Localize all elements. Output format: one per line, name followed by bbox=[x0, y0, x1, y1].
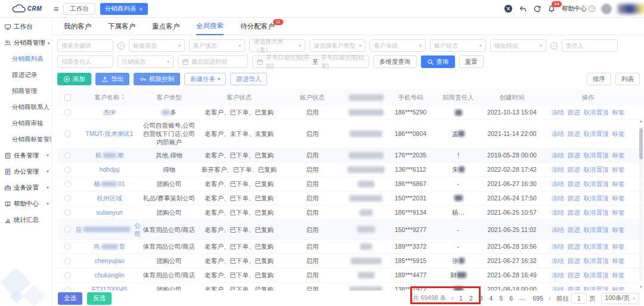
row-action-1[interactable]: 跟进 bbox=[568, 180, 580, 188]
row-checkbox[interactable] bbox=[64, 272, 71, 279]
row-action-1[interactable]: 跟进 bbox=[568, 242, 580, 251]
page-2[interactable]: 2 bbox=[469, 295, 473, 302]
row-action-3[interactable]: 标签 bbox=[612, 271, 625, 279]
customer-name-link[interactable]: 应公司 bbox=[76, 221, 143, 238]
sort-icon[interactable]: ▲▼ bbox=[121, 94, 124, 100]
filter-field[interactable]: 请选择大类（老）▾ bbox=[249, 39, 305, 52]
menu-toggle-icon[interactable]: ≡ bbox=[54, 4, 58, 14]
tab-4[interactable]: 待分配客户11 bbox=[240, 18, 275, 35]
close-circle-icon[interactable] bbox=[504, 4, 513, 13]
row-checkbox[interactable] bbox=[64, 152, 71, 159]
row-action-1[interactable]: 跟进 bbox=[568, 165, 580, 174]
row-checkbox[interactable] bbox=[64, 209, 71, 216]
sidebar-item-2[interactable]: 分销商列表 bbox=[0, 51, 52, 67]
row-action-0[interactable]: 冻结 bbox=[552, 129, 564, 138]
sidebar-item-0[interactable]: 工作台 bbox=[0, 18, 52, 35]
search-button[interactable]: 查询 bbox=[421, 55, 455, 68]
page-size-select[interactable]: 100条/页 ▾ bbox=[601, 293, 639, 304]
customer-name-link[interactable]: xulianyun bbox=[96, 208, 122, 217]
sidebar-item-5[interactable]: 分销商联系人 bbox=[0, 99, 52, 115]
row-action-1[interactable]: 跟进 bbox=[568, 256, 580, 265]
row-action-2[interactable]: 取消置顶 bbox=[584, 108, 609, 116]
row-action-0[interactable]: 冻结 bbox=[552, 108, 564, 116]
row-action-3[interactable]: 标签 bbox=[612, 151, 625, 159]
tab-0[interactable]: 我的客户 bbox=[64, 18, 91, 35]
row-checkbox[interactable] bbox=[64, 243, 71, 250]
scrollbar-thumb[interactable] bbox=[639, 128, 643, 159]
new-task-dropdown[interactable]: 新建任务▾ bbox=[184, 73, 226, 85]
help-center-link[interactable]: 帮助中心 ? bbox=[562, 5, 595, 13]
filter-field[interactable]: 账户状态▾ bbox=[430, 39, 486, 52]
row-action-1[interactable]: 跟进 bbox=[568, 151, 580, 159]
row-action-2[interactable]: 取消置顶 bbox=[584, 151, 609, 159]
filter-field[interactable] bbox=[57, 39, 113, 52]
customer-name-link[interactable]: 杰伊 bbox=[103, 108, 116, 116]
scroll-down-icon[interactable]: ▾ bbox=[639, 285, 643, 289]
page-3[interactable]: 3 bbox=[479, 295, 483, 302]
close-tab-icon[interactable]: × bbox=[139, 5, 143, 13]
row-action-1[interactable]: 跟进 bbox=[568, 271, 580, 279]
row-action-3[interactable]: 标签 bbox=[612, 242, 625, 251]
sidebar-item-10[interactable]: 业务设置▾ bbox=[0, 180, 52, 196]
customer-name-link[interactable]: TMUT-技术测试1 bbox=[86, 129, 134, 138]
sidebar-item-11[interactable]: 帮助中心▾ bbox=[0, 196, 52, 212]
sidebar-item-6[interactable]: 分销商审核 bbox=[0, 115, 52, 131]
row-action-2[interactable]: 取消置顶 bbox=[584, 165, 609, 174]
multi-query-button[interactable]: 多维度查询 bbox=[373, 55, 417, 68]
filter-field[interactable]: 细化特征▾ bbox=[490, 39, 546, 52]
sidebar-item-9[interactable]: 办公管理▾ bbox=[0, 163, 52, 180]
bell-icon[interactable]: 44 bbox=[547, 5, 556, 13]
row-action-2[interactable]: 取消置顶 bbox=[584, 208, 609, 217]
row-action-0[interactable]: 冻结 bbox=[552, 271, 564, 279]
customer-name-link[interactable]: chukanglin bbox=[94, 271, 124, 279]
row-action-3[interactable]: 标签 bbox=[612, 208, 625, 217]
row-checkbox[interactable] bbox=[64, 181, 71, 187]
row-action-3[interactable]: 标签 bbox=[612, 180, 625, 188]
sidebar-item-4[interactable]: 招商管理 bbox=[0, 83, 52, 99]
row-checkbox[interactable] bbox=[64, 226, 71, 233]
select-all-button[interactable]: 全选 bbox=[58, 292, 82, 305]
filter-input-1-8[interactable] bbox=[566, 42, 614, 49]
row-action-0[interactable]: 冻结 bbox=[552, 180, 564, 188]
customer-name-link[interactable]: chenyujiao bbox=[94, 256, 124, 265]
row-action-1[interactable]: 跟进 bbox=[568, 208, 580, 217]
customer-name-link[interactable]: 杭潮 bbox=[95, 151, 123, 159]
row-action-0[interactable]: 冻结 bbox=[552, 165, 564, 174]
invert-select-button[interactable]: 反选 bbox=[87, 292, 112, 305]
tab-3[interactable]: 全局搜索 bbox=[196, 18, 224, 35]
refresh-icon[interactable] bbox=[533, 5, 541, 13]
avatar[interactable] bbox=[601, 4, 612, 14]
goto-page-input[interactable] bbox=[571, 293, 587, 304]
row-action-3[interactable]: 标签 bbox=[612, 256, 625, 265]
row-checkbox[interactable] bbox=[64, 109, 71, 116]
customer-name-link[interactable]: 杭州区域 bbox=[97, 194, 122, 202]
page-695[interactable]: 695 bbox=[533, 295, 544, 302]
row-action-2[interactable]: 取消置顶 bbox=[584, 242, 609, 251]
permission-control-button[interactable]: 权限控制 bbox=[134, 73, 180, 85]
select-all-checkbox[interactable] bbox=[64, 94, 71, 101]
scroll-up-icon[interactable]: ▴ bbox=[639, 119, 643, 123]
filter-field[interactable]: 标签筛选▾ bbox=[129, 39, 185, 52]
row-checkbox[interactable] bbox=[64, 131, 71, 137]
row-action-0[interactable]: 冻结 bbox=[552, 208, 564, 217]
export-button[interactable]: 导出 bbox=[95, 73, 129, 85]
filter-field[interactable] bbox=[562, 39, 618, 52]
filter-field[interactable]: 客户等级▾ bbox=[370, 39, 426, 52]
row-action-0[interactable]: 冻结 bbox=[552, 256, 564, 265]
row-action-2[interactable]: 取消置顶 bbox=[584, 194, 609, 202]
row-checkbox[interactable] bbox=[64, 258, 71, 264]
customer-name-link[interactable]: hdhdjsj bbox=[100, 165, 119, 174]
sidebar-item-12[interactable]: 统计汇总 bbox=[0, 212, 52, 228]
row-action-3[interactable]: 标签 bbox=[612, 194, 625, 202]
filter-field[interactable] bbox=[57, 55, 113, 68]
row-action-2[interactable]: 取消置顶 bbox=[584, 225, 609, 234]
row-action-0[interactable]: 冻结 bbox=[552, 242, 564, 251]
add-button[interactable]: 添加 bbox=[57, 73, 91, 85]
page-4[interactable]: 4 bbox=[490, 295, 493, 302]
row-action-0[interactable]: 冻结 bbox=[552, 151, 564, 159]
sidebar-item-1[interactable]: 分销商管理▴ bbox=[0, 35, 52, 51]
table-scrollbar[interactable]: ▴ ▾ bbox=[639, 120, 643, 288]
row-checkbox[interactable] bbox=[64, 195, 71, 202]
column-header[interactable]: 客户名称 bbox=[94, 93, 119, 101]
sidebar-item-7[interactable]: 分销商标签管理 bbox=[0, 131, 52, 147]
